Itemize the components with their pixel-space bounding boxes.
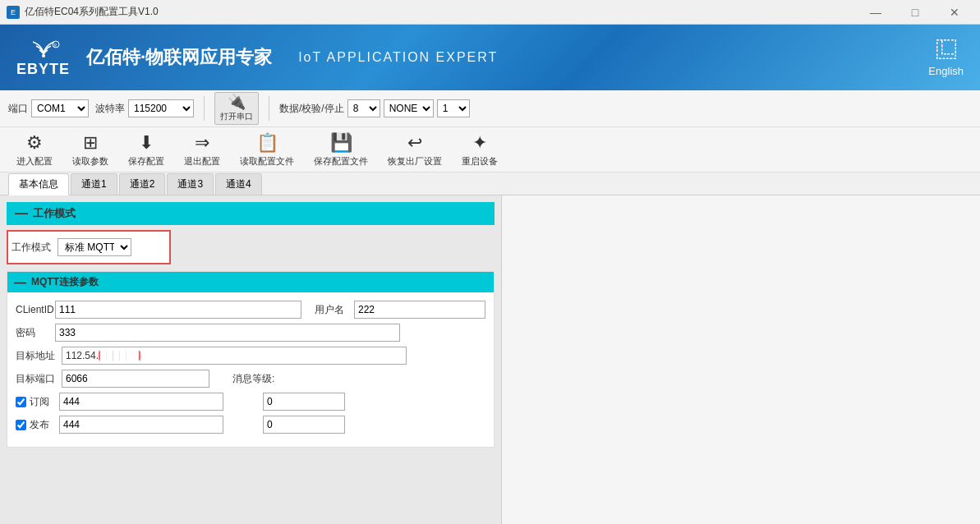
- target-port-input[interactable]: [62, 370, 209, 388]
- password-input[interactable]: [55, 324, 400, 342]
- toolbar-divider-1: [204, 96, 205, 121]
- left-panel: — 工作模式 工作模式 标准 MQTT 透传模式 HTTP模式 — MQTT连接…: [0, 195, 501, 524]
- language-switcher[interactable]: ⿺ English: [928, 39, 964, 77]
- subscribe-checkbox-label[interactable]: 订阅: [16, 395, 49, 409]
- password-label: 密码: [16, 326, 48, 340]
- svg-text:R: R: [53, 43, 57, 48]
- toolbar: 端口 COM1 波特率 115200 🔌 打开串口 数据/校验/停止 8 NON…: [0, 90, 980, 127]
- restart-device-label: 重启设备: [462, 155, 498, 168]
- restore-factory-button[interactable]: ↩ 恢复出厂设置: [380, 129, 450, 171]
- port-msglevel-row: 目标端口 消息等级:: [16, 370, 485, 388]
- target-addr-row: 目标地址 112.54. ██████: [16, 347, 485, 365]
- minimize-button[interactable]: —: [857, 4, 895, 21]
- publish-label: 发布: [30, 418, 49, 432]
- work-mode-label: 工作模式: [12, 241, 51, 255]
- restore-factory-label: 恢复出厂设置: [388, 155, 442, 168]
- work-mode-row: 工作模式 标准 MQTT 透传模式 HTTP模式: [7, 230, 171, 264]
- username-input[interactable]: [354, 301, 485, 319]
- svg-point-2: [42, 54, 45, 57]
- port-select[interactable]: COM1: [31, 99, 89, 117]
- read-params-icon: ⊞: [83, 132, 98, 154]
- restore-factory-icon: ↩: [407, 132, 422, 154]
- read-config-file-icon: 📋: [256, 132, 278, 154]
- subscribe-row: 订阅: [16, 393, 485, 411]
- subscribe-checkbox[interactable]: [16, 397, 26, 407]
- restart-device-icon: ✦: [472, 132, 487, 154]
- stop-bits-select[interactable]: 1: [437, 99, 470, 117]
- ip-hidden-part: ██████: [99, 351, 140, 361]
- header-chinese-title: 亿佰特·物联网应用专家: [86, 45, 272, 70]
- client-id-label: CLientID: [16, 304, 48, 315]
- baud-label: 波特率: [95, 102, 125, 116]
- mqtt-panel: — MQTT连接参数 CLientID 用户名 密码 目标地址 112.54.: [7, 271, 495, 448]
- maximize-button[interactable]: □: [896, 4, 934, 21]
- language-icon: ⿺: [936, 39, 956, 62]
- tab-channel1[interactable]: 通道1: [71, 173, 117, 195]
- mqtt-section-title: MQTT连接参数: [31, 275, 99, 289]
- tab-channel2[interactable]: 通道2: [119, 173, 166, 195]
- read-params-label: 读取参数: [72, 155, 108, 168]
- tab-channel3[interactable]: 通道3: [167, 173, 214, 195]
- client-id-input[interactable]: [55, 301, 301, 319]
- title-bar-title: 亿佰特EC04系列配置工具V1.0: [25, 5, 159, 19]
- work-mode-section-header: — 工作模式: [7, 202, 495, 225]
- client-username-row: CLientID 用户名: [16, 301, 485, 319]
- serial-port-icon: 🔌: [228, 94, 246, 109]
- exit-config-icon: ⇒: [195, 132, 209, 154]
- baud-group: 波特率 115200: [95, 99, 194, 117]
- work-mode-dash: —: [15, 206, 28, 221]
- close-button[interactable]: ✕: [936, 4, 973, 21]
- read-params-button[interactable]: ⊞ 读取参数: [64, 129, 117, 171]
- msg-level-label: 消息等级:: [232, 372, 274, 386]
- save-config-file-label: 保存配置文件: [314, 155, 368, 168]
- open-port-button[interactable]: 🔌 打开串口: [214, 92, 259, 125]
- enter-config-icon: ⚙: [26, 132, 43, 154]
- ip-text: 112.54.: [66, 350, 99, 361]
- enter-config-button[interactable]: ⚙ 进入配置: [8, 129, 61, 171]
- tab-basic[interactable]: 基本信息: [8, 173, 69, 195]
- brand-name: EBYTE: [16, 61, 70, 78]
- publish-qos-input[interactable]: [263, 416, 345, 434]
- baud-select[interactable]: 115200: [128, 99, 194, 117]
- main-content: — 工作模式 工作模式 标准 MQTT 透传模式 HTTP模式 — MQTT连接…: [0, 195, 980, 524]
- ebyte-signal-icon: R: [23, 38, 64, 62]
- subscribe-label: 订阅: [30, 395, 49, 409]
- save-config-file-button[interactable]: 💾 保存配置文件: [306, 129, 376, 171]
- publish-topic-input[interactable]: [59, 416, 223, 434]
- tab-channel4[interactable]: 通道4: [215, 173, 262, 195]
- save-config-icon: ⬇: [139, 132, 154, 154]
- mqtt-section-header: — MQTT连接参数: [7, 272, 494, 292]
- subscribe-topic-input[interactable]: [59, 393, 223, 411]
- target-addr-display: 112.54. ██████: [62, 347, 407, 365]
- target-addr-label: 目标地址: [16, 349, 55, 363]
- data-bits-select[interactable]: 8: [347, 99, 380, 117]
- parity-select[interactable]: NONE: [384, 99, 434, 117]
- subscribe-qos-input[interactable]: [263, 393, 345, 411]
- restart-device-button[interactable]: ✦ 重启设备: [453, 129, 506, 171]
- save-config-label: 保存配置: [128, 155, 164, 168]
- right-panel: [501, 195, 980, 524]
- exit-config-button[interactable]: ⇒ 退出配置: [176, 129, 228, 171]
- title-bar-left: E 亿佰特EC04系列配置工具V1.0: [7, 5, 159, 19]
- publish-checkbox-label[interactable]: 发布: [16, 418, 49, 432]
- username-label: 用户名: [315, 303, 347, 317]
- title-bar-controls: — □ ✕: [857, 4, 973, 21]
- read-config-file-label: 读取配置文件: [240, 155, 294, 168]
- port-label: 端口: [8, 102, 28, 116]
- publish-row: 发布: [16, 416, 485, 434]
- publish-checkbox[interactable]: [16, 420, 26, 430]
- exit-config-label: 退出配置: [184, 155, 220, 168]
- header-english-subtitle: IoT APPLICATION EXPERT: [298, 50, 498, 65]
- work-mode-select[interactable]: 标准 MQTT 透传模式 HTTP模式: [58, 238, 131, 256]
- data-bits-group: 数据/校验/停止 8 NONE 1: [279, 99, 470, 117]
- logo-section: R EBYTE 亿佰特·物联网应用专家 IoT APPLICATION EXPE…: [16, 38, 498, 78]
- enter-config-label: 进入配置: [16, 155, 53, 168]
- tabs-bar: 基本信息 通道1 通道2 通道3 通道4: [0, 172, 980, 195]
- open-port-label: 打开串口: [220, 111, 253, 122]
- read-config-file-button[interactable]: 📋 读取配置文件: [232, 129, 302, 171]
- title-bar: E 亿佰特EC04系列配置工具V1.0 — □ ✕: [0, 0, 980, 25]
- save-config-button[interactable]: ⬇ 保存配置: [120, 129, 173, 171]
- password-row: 密码: [16, 324, 485, 342]
- header: R EBYTE 亿佰特·物联网应用专家 IoT APPLICATION EXPE…: [0, 25, 980, 90]
- actions-bar: ⚙ 进入配置 ⊞ 读取参数 ⬇ 保存配置 ⇒ 退出配置 📋 读取配置文件 💾 保…: [0, 127, 980, 172]
